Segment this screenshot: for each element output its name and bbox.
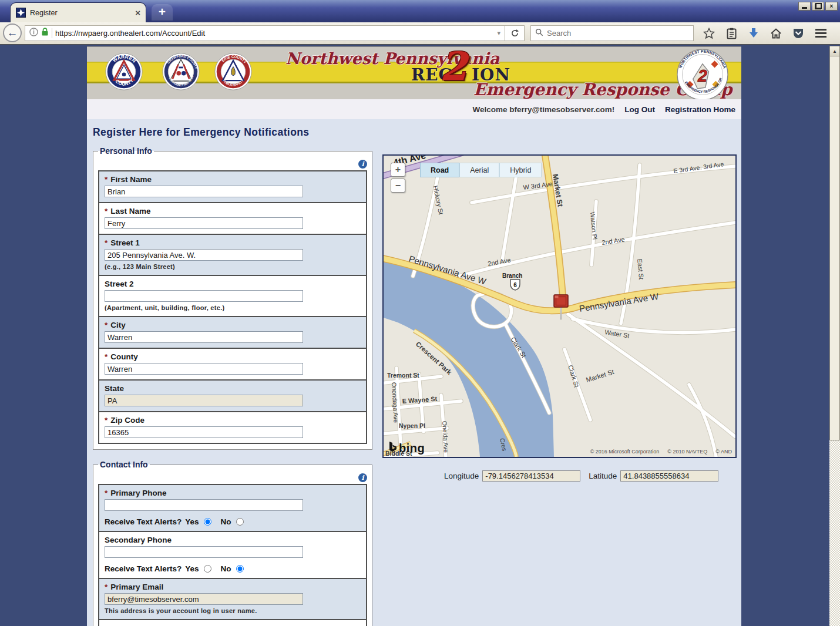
site-favicon-icon bbox=[16, 8, 26, 18]
bing-map[interactable]: 4th Ave Hickory St Market St W 3rd Ave E… bbox=[382, 154, 737, 458]
map-label-tremont: Tremont St bbox=[387, 372, 419, 379]
url-dropdown-icon[interactable]: ▾ bbox=[497, 29, 500, 37]
map-type-switcher: Road Aerial Hybrid bbox=[420, 163, 542, 177]
map-type-road[interactable]: Road bbox=[420, 163, 459, 177]
new-tab-button[interactable]: + bbox=[152, 4, 173, 21]
erie-county-seal-icon: ERIE COUNTY PUBLIC SAFETY bbox=[214, 52, 253, 91]
field-zip: *Zip Code bbox=[99, 412, 366, 443]
map-canvas[interactable]: 4th Ave Hickory St Market St W 3rd Ave E… bbox=[384, 156, 735, 457]
street2-input[interactable] bbox=[105, 290, 303, 302]
url-text[interactable]: https://nwpaerg.onthealert.com/Account/E… bbox=[55, 29, 494, 38]
url-bar[interactable]: https://nwpaerg.onthealert.com/Account/E… bbox=[25, 25, 505, 41]
scrollbar-up-icon[interactable]: ▲ bbox=[829, 46, 840, 56]
zip-input[interactable] bbox=[105, 426, 303, 438]
svg-text:6: 6 bbox=[513, 282, 517, 288]
downloads-icon[interactable] bbox=[742, 24, 765, 42]
map-type-aerial[interactable]: Aerial bbox=[459, 163, 499, 177]
county-input[interactable] bbox=[105, 363, 303, 375]
urlbar-divider bbox=[52, 28, 52, 38]
required-marker: * bbox=[105, 416, 107, 425]
tab-register[interactable]: Register × bbox=[11, 3, 146, 22]
toolbar-icons bbox=[698, 24, 832, 42]
primary-email-hint: This address is your account log in user… bbox=[105, 607, 361, 614]
svg-text:Branch: Branch bbox=[502, 272, 522, 279]
banner-title-2: 2 bbox=[440, 46, 467, 89]
home-icon[interactable] bbox=[765, 24, 787, 42]
info-icon[interactable]: i bbox=[358, 160, 367, 169]
map-copyright: © 2016 Microsoft Corporation© 2010 NAVTE… bbox=[590, 449, 732, 455]
required-marker: * bbox=[105, 238, 107, 247]
last-name-input[interactable] bbox=[105, 217, 303, 229]
first-name-input[interactable] bbox=[105, 186, 303, 197]
warren-county-seal-icon: WARREN COUNTY bbox=[105, 52, 143, 91]
map-type-hybrid[interactable]: Hybrid bbox=[499, 163, 542, 177]
info-icon[interactable]: i bbox=[358, 473, 367, 482]
field-street-1: *Street 1 (e.g., 123 Main Street) bbox=[99, 235, 366, 276]
close-button[interactable]: × bbox=[825, 2, 838, 11]
vertical-scrollbar[interactable]: ▲ bbox=[829, 46, 840, 626]
navigation-toolbar: ← https://nwpaerg.onthealert.com/Account… bbox=[0, 22, 840, 45]
welcome-bar: Welcome bferry@timesobserver.com! Log Ou… bbox=[87, 99, 741, 119]
back-button[interactable]: ← bbox=[3, 23, 22, 42]
latitude-label: Latitude bbox=[589, 472, 617, 480]
welcome-message: Welcome bferry@timesobserver.com! bbox=[472, 105, 614, 114]
field-street-2: Street 2 (Apartment, unit, building, flo… bbox=[99, 276, 366, 317]
latitude-input bbox=[620, 470, 718, 482]
site-header-banner: WARREN COUNTY CRAWFORD COUNTY EMERGENCY … bbox=[87, 46, 741, 99]
search-input[interactable] bbox=[547, 29, 664, 38]
required-marker: * bbox=[105, 489, 107, 497]
map-zoom-controls: + − bbox=[391, 163, 405, 193]
registration-home-link[interactable]: Registration Home bbox=[665, 105, 735, 114]
secondary-phone-input[interactable] bbox=[105, 546, 303, 558]
map-label-nypen: Nypen Pl bbox=[399, 422, 425, 429]
coordinates-row: Longitude Latitude bbox=[444, 470, 718, 482]
longitude-label: Longitude bbox=[444, 472, 479, 480]
bookmarks-clipboard-icon[interactable] bbox=[720, 24, 742, 42]
reload-button[interactable] bbox=[505, 25, 525, 41]
primary-phone-input[interactable] bbox=[105, 499, 303, 511]
field-state: State bbox=[99, 381, 366, 412]
zoom-out-button[interactable]: − bbox=[391, 179, 405, 193]
search-bar[interactable] bbox=[530, 25, 694, 41]
state-input bbox=[105, 395, 303, 406]
page-info-icon[interactable] bbox=[29, 28, 38, 39]
restore-button[interactable] bbox=[812, 2, 824, 11]
tab-title: Register bbox=[30, 9, 131, 17]
primary-email-input bbox=[105, 593, 303, 605]
search-icon bbox=[535, 28, 543, 39]
required-marker: * bbox=[105, 321, 107, 329]
bing-b-icon bbox=[388, 441, 398, 454]
https-lock-icon[interactable] bbox=[41, 28, 49, 39]
logout-link[interactable]: Log Out bbox=[624, 105, 655, 114]
bing-wordmark: bing bbox=[399, 442, 425, 454]
city-input[interactable] bbox=[105, 331, 303, 343]
minimize-button[interactable] bbox=[798, 2, 811, 11]
primary-text-alerts-yes-radio[interactable] bbox=[204, 518, 211, 526]
yes-label: Yes bbox=[185, 564, 199, 573]
primary-text-alerts-no-radio[interactable] bbox=[236, 518, 244, 526]
field-primary-phone: *Primary Phone Receive Text Alerts? Yes … bbox=[99, 485, 366, 532]
pocket-icon[interactable] bbox=[787, 24, 809, 42]
secondary-text-alerts-no-radio[interactable] bbox=[236, 565, 244, 573]
required-marker: * bbox=[105, 175, 107, 184]
page-title: Register Here for Emergency Notification… bbox=[93, 126, 309, 139]
title-bar: Register × + × bbox=[0, 0, 840, 22]
scrollbar-track[interactable] bbox=[829, 440, 840, 626]
crawford-county-seal-icon: CRAWFORD COUNTY EMERGENCY SERVICES bbox=[162, 52, 200, 91]
street1-input[interactable] bbox=[105, 249, 303, 261]
registration-form: Personal Info i *First Name *Last Name bbox=[93, 146, 372, 626]
zoom-in-button[interactable]: + bbox=[391, 163, 405, 177]
banner-title-line1: Northwest Pennsylvania bbox=[285, 49, 499, 68]
secondary-text-alerts-yes-radio[interactable] bbox=[204, 565, 211, 573]
longitude-input bbox=[482, 470, 580, 482]
field-primary-email: *Primary Email This address is your acco… bbox=[99, 579, 366, 620]
menu-hamburger-icon[interactable] bbox=[809, 24, 832, 42]
field-last-name: *Last Name bbox=[99, 203, 366, 235]
contact-info-fieldset: Contact Info i *Primary Phone Receive Te… bbox=[93, 460, 372, 626]
scrollbar-thumb[interactable] bbox=[829, 56, 840, 440]
personal-info-fieldset: Personal Info i *First Name *Last Name bbox=[93, 146, 372, 450]
bookmark-star-icon[interactable] bbox=[698, 24, 720, 42]
street2-hint: (Apartment, unit, building, floor, etc.) bbox=[105, 304, 361, 311]
tab-close-icon[interactable]: × bbox=[135, 8, 140, 18]
svg-text:2: 2 bbox=[697, 66, 707, 85]
